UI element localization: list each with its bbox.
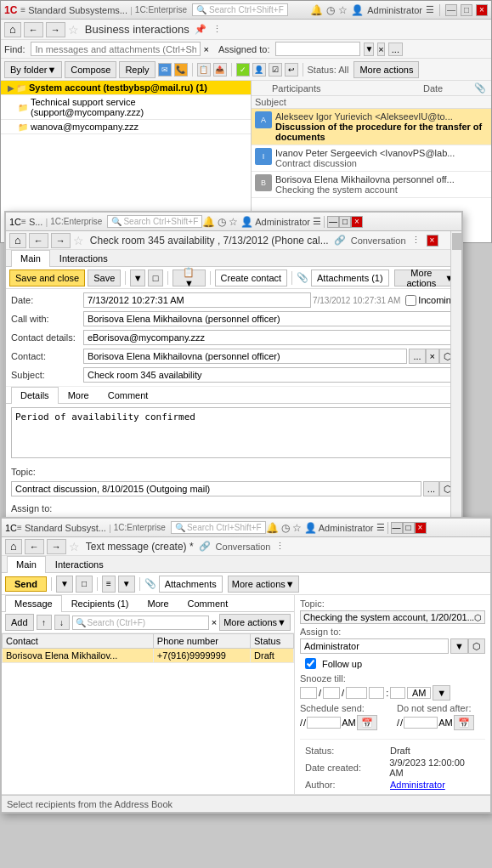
find-input1[interactable] (31, 42, 201, 56)
dns-cal3[interactable]: 📅 (454, 715, 474, 730)
link-icon2[interactable]: 🔗 (334, 235, 346, 246)
sched-field3[interactable] (307, 717, 341, 729)
dns-field3[interactable] (404, 717, 438, 729)
maximize-btn1[interactable]: □ (461, 4, 472, 16)
search-bar3[interactable]: 🔍 Search Ctrl+Shift+F (171, 521, 266, 534)
toolbar-icon6[interactable]: 👤 (252, 63, 266, 77)
tab-main2[interactable]: Main (11, 250, 50, 267)
minimize-btn1[interactable]: — (445, 4, 457, 16)
topic-expand-btn3[interactable]: ⬡ (474, 613, 482, 622)
msg-tab-more[interactable]: More (139, 595, 178, 611)
search-bar1[interactable]: 🔍 Search Ctrl+Shift+F (192, 3, 288, 16)
conv-label3[interactable]: Conversation (216, 542, 271, 552)
send-btn3[interactable]: Send (5, 576, 47, 592)
table-row-3-1[interactable]: Borisova Elena Mikhailov... +7(916)99999… (3, 649, 294, 663)
msg-tab-recipients[interactable]: Recipients (1) (62, 595, 139, 611)
follow-up-checkbox3[interactable] (305, 658, 316, 669)
form-icon-btn3[interactable]: 📋 ▼ (172, 269, 206, 286)
home-btn3[interactable]: ⌂ (5, 539, 22, 554)
incoming-checkbox2[interactable] (405, 295, 416, 306)
add-btn3[interactable]: Add (5, 614, 34, 631)
forward-btn3[interactable]: → (47, 539, 66, 554)
contact-input2[interactable] (83, 349, 407, 364)
snooze-h3[interactable] (369, 687, 384, 699)
toolbar-icon3[interactable]: 📋 (197, 63, 211, 77)
assigned-clear-btn1[interactable]: × (377, 43, 384, 56)
more-btn3[interactable]: More actions ▼ (219, 614, 291, 631)
action-icon2[interactable]: 📞 (174, 63, 188, 77)
action-icon1[interactable]: ✉ (158, 63, 172, 77)
create-contact-btn2[interactable]: Create contact (215, 269, 288, 286)
topic-pick-btn2[interactable]: ... (423, 481, 439, 496)
assigned-input1[interactable] (275, 42, 360, 56)
close-btn1[interactable]: × (476, 4, 488, 16)
attachments-btn2[interactable]: Attachments (1) (311, 269, 389, 286)
detail-tab-more[interactable]: More (59, 387, 99, 403)
scrollbar-thumb2[interactable] (452, 233, 461, 250)
maximize-btn2[interactable]: □ (339, 216, 351, 228)
toolbar-icon4[interactable]: 📤 (213, 63, 227, 77)
assigned-dropdown1[interactable]: ▼ (364, 43, 374, 56)
conv-label2[interactable]: Conversation (351, 235, 406, 246)
contact-pick-btn2[interactable]: ... (409, 349, 425, 364)
sched-cal3[interactable]: 📅 (357, 715, 377, 730)
pin-icon1[interactable]: 📌 (195, 24, 206, 35)
close-btn2b[interactable]: × (427, 235, 438, 247)
topic-input2[interactable] (11, 481, 421, 496)
snooze-m3[interactable] (323, 687, 340, 699)
dots-icon2[interactable]: ⋮ (411, 235, 421, 246)
assign-expand3[interactable]: ⬡ (468, 638, 485, 654)
by-folder-btn1[interactable]: By folder ▼ (4, 61, 62, 78)
email-item-2[interactable]: I Ivanov Peter Sergeevich <IvanovPS@lab.… (252, 145, 491, 172)
form3-icon3[interactable]: ≡ (102, 576, 116, 593)
tree-item-wanova[interactable]: 📁 wanova@mycompany.zzz (1, 120, 251, 134)
attachments-btn3[interactable]: Attachments (159, 576, 223, 593)
snooze-d3[interactable] (300, 687, 317, 699)
call-with-input2[interactable] (83, 311, 456, 326)
detail-tab-details[interactable]: Details (11, 387, 59, 404)
search-bar2[interactable]: 🔍 Search Ctrl+Shift+F (107, 215, 202, 228)
more-actions-btn3[interactable]: More actions ▼ (228, 576, 299, 593)
tab-main3[interactable]: Main (7, 556, 46, 573)
forward-btn1[interactable]: → (46, 22, 65, 37)
snooze-ampm3[interactable] (407, 687, 431, 699)
comment-textarea2[interactable]: Period of availability confirmed (11, 407, 456, 458)
add-down-btn3[interactable]: ↓ (54, 615, 70, 630)
maximize-btn3[interactable]: □ (403, 522, 415, 534)
save-close-btn2[interactable]: Save and close (9, 269, 85, 286)
topic-more-btn3[interactable]: ... (467, 613, 474, 622)
search-field3[interactable]: 🔍 Search (Ctrl+F) (72, 616, 209, 630)
tree-item-technical-support[interactable]: 📁 Technical support service (support@myc… (1, 95, 251, 120)
assigned-pick-btn1[interactable]: ... (388, 43, 403, 56)
save-btn2[interactable]: Save (88, 269, 121, 286)
subject-input2[interactable] (83, 367, 456, 383)
home-btn2[interactable]: ⌂ (9, 233, 26, 248)
form3-icon4[interactable]: ▼ (118, 576, 135, 593)
msg-tab-comment[interactable]: Comment (178, 595, 238, 611)
assign-input3[interactable] (300, 638, 449, 654)
search-clear-btn3[interactable]: × (212, 617, 217, 627)
toolbar-icon5[interactable]: ✓ (236, 63, 250, 77)
msg-tab-message[interactable]: Message (5, 595, 62, 612)
contact-details-input2[interactable] (83, 330, 456, 345)
form3-icon1[interactable]: ▼ (56, 576, 73, 593)
back-btn2[interactable]: ← (29, 233, 48, 248)
clear-find-btn1[interactable]: × (203, 44, 208, 54)
toolbar-icon7[interactable]: ☑ (269, 63, 282, 77)
detail-tab-comment[interactable]: Comment (99, 387, 158, 403)
snooze-min3[interactable] (390, 687, 405, 699)
more-actions-btn1[interactable]: More actions (353, 61, 419, 78)
close-btn3[interactable]: × (415, 522, 427, 534)
link-icon3[interactable]: 🔗 (199, 541, 211, 552)
more-actions-btn2[interactable]: More actions ▼ (394, 269, 458, 286)
tab-interactions3[interactable]: Interactions (46, 556, 113, 572)
toolbar-icon8[interactable]: ↩ (285, 63, 298, 77)
topic-field3[interactable]: Checking the system account, 1/20/2015 (… (300, 610, 485, 624)
back-btn3[interactable]: ← (25, 539, 44, 554)
forward-btn2[interactable]: → (51, 233, 71, 248)
dots-icon3[interactable]: ⋮ (275, 541, 285, 552)
more-icon1[interactable]: ⋮ (212, 24, 222, 35)
assign-dropdown3[interactable]: ▼ (450, 638, 468, 654)
add-up-btn3[interactable]: ↑ (37, 615, 52, 630)
tab-interactions2[interactable]: Interactions (50, 250, 117, 266)
